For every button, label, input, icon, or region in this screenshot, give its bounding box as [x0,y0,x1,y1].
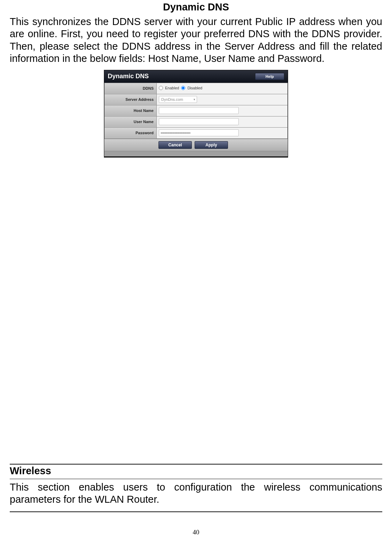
divider-top [10,464,382,465]
radio-enabled[interactable] [159,86,163,90]
label-server-address: Server Address [105,94,157,105]
help-button[interactable]: Help [255,73,284,80]
ddns-config-panel: Dynamic DNS Help DDNS Enabled Disabled S… [104,70,288,158]
section-title-wireless: Wireless [10,465,382,477]
panel-title: Dynamic DNS [108,73,149,80]
label-host-name: Host Name [105,105,157,116]
radio-enabled-label: Enabled [165,86,179,90]
panel-header: Dynamic DNS Help [104,70,288,83]
label-user-name: User Name [105,116,157,127]
password-input[interactable]: •••••••••••••••••••••••••••••• [159,129,239,136]
radio-disabled[interactable] [181,86,185,90]
wireless-section: Wireless This section enables users to c… [10,458,382,512]
ddns-description: This synchronizes the DDNS server with y… [10,16,382,65]
label-ddns: DDNS [105,83,157,94]
cancel-button[interactable]: Cancel [158,141,192,149]
button-row: Cancel Apply [104,139,288,151]
page-number: 40 [0,528,392,536]
chevron-down-icon: ▾ [194,98,195,101]
host-name-input[interactable] [159,107,239,114]
apply-button[interactable]: Apply [195,141,228,149]
panel-footer-border [104,151,288,157]
label-password: Password [105,127,157,138]
user-name-input[interactable] [159,118,239,125]
radio-disabled-label: Disabled [187,86,202,90]
section-title-ddns: Dynamic DNS [10,1,382,13]
router-screenshot: Dynamic DNS Help DDNS Enabled Disabled S… [10,70,382,158]
divider-bottom [10,511,382,512]
wireless-description: This section enables users to configurat… [10,481,382,506]
server-address-value: DynDns.com [161,97,183,102]
server-address-select[interactable]: DynDns.com ▾ [159,96,197,103]
divider-mid [10,479,382,479]
